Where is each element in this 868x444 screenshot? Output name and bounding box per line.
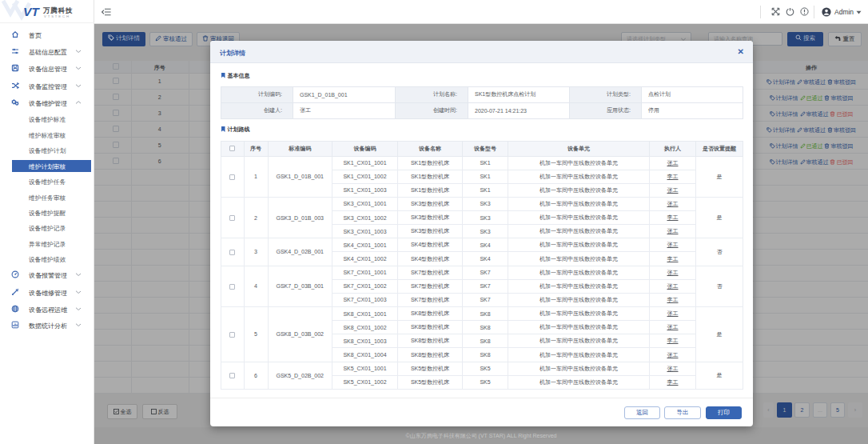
svg-text:VT: VT bbox=[23, 5, 40, 18]
svg-text:万腾科技: 万腾科技 bbox=[42, 6, 73, 14]
svg-text:VTSTECH: VTSTECH bbox=[44, 14, 70, 18]
